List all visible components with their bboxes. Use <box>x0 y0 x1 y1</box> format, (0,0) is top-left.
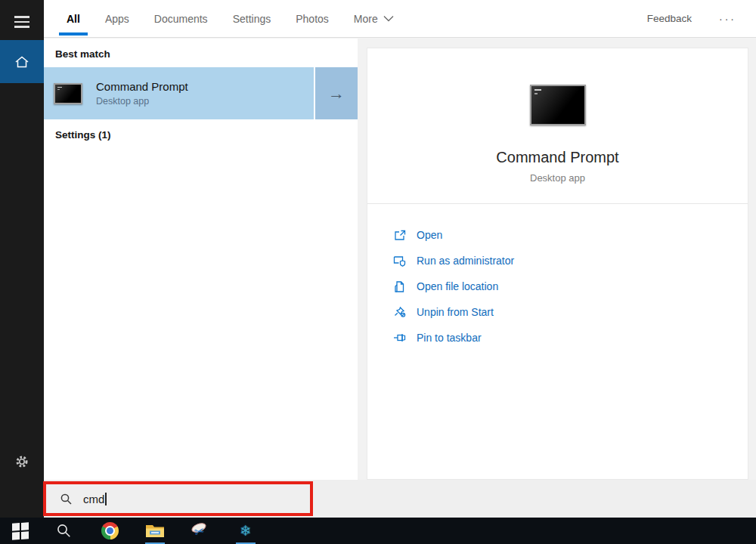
action-file-location-label: Open file location <box>417 280 498 292</box>
chevron-down-icon <box>383 15 394 22</box>
tab-documents[interactable]: Documents <box>154 0 208 37</box>
topbar-right: Feedback ··· <box>647 13 738 25</box>
start-sidebar <box>0 0 44 518</box>
sidebar-item-home[interactable] <box>0 40 44 83</box>
run-admin-icon <box>392 255 407 267</box>
action-run-admin-label: Run as administrator <box>417 255 514 267</box>
tab-documents-label: Documents <box>154 13 208 25</box>
taskbar-snowflake-app-button[interactable]: ❄ <box>231 518 261 544</box>
windows-start-icon <box>12 522 29 539</box>
search-icon <box>60 493 73 505</box>
hamburger-menu-icon[interactable] <box>0 12 44 32</box>
tab-more-label: More <box>354 13 378 25</box>
taskbar-chrome-button[interactable] <box>94 518 125 544</box>
action-unpin-start-label: Unpin from Start <box>417 306 494 318</box>
snowflake-app-icon: ❄ <box>240 522 252 539</box>
taskbar: ✂ ❄ <box>0 518 756 544</box>
tab-all[interactable]: All <box>67 0 80 37</box>
search-filter-bar: All Apps Documents Settings Photos More … <box>44 0 756 38</box>
filter-tabs: All Apps Documents Settings Photos More <box>67 0 394 37</box>
settings-section-header: Settings (1) <box>55 129 358 141</box>
search-results-panel: Best match Command Prompt Desktop app → … <box>44 39 358 480</box>
preview-app-subtitle: Desktop app <box>530 172 585 184</box>
taskbar-search-button[interactable] <box>48 518 79 544</box>
tab-more[interactable]: More <box>354 0 394 37</box>
file-explorer-icon <box>145 523 165 539</box>
snipping-tool-icon: ✂ <box>191 522 210 540</box>
tab-all-label: All <box>67 13 80 25</box>
action-open-file-location[interactable]: Open file location <box>392 274 748 299</box>
action-pin-taskbar-label: Pin to taskbar <box>417 332 482 344</box>
action-pin-to-taskbar[interactable]: Pin to taskbar <box>392 325 748 351</box>
best-match-subtitle: Desktop app <box>96 96 188 107</box>
tab-apps[interactable]: Apps <box>105 0 129 37</box>
action-open[interactable]: Open <box>392 222 748 248</box>
taskbar-file-explorer-button[interactable] <box>140 518 170 544</box>
pin-taskbar-icon <box>392 332 407 344</box>
cmd-icon <box>54 83 82 104</box>
cmd-icon-large <box>530 85 586 125</box>
feedback-button[interactable]: Feedback <box>647 13 692 24</box>
context-actions-list: Open Run as administrator Open file loca… <box>367 204 748 351</box>
gear-icon <box>14 454 29 469</box>
action-open-label: Open <box>417 229 442 241</box>
tab-settings[interactable]: Settings <box>233 0 271 37</box>
chrome-icon <box>101 522 119 539</box>
preview-divider <box>367 203 748 204</box>
expand-result-button[interactable]: → <box>315 67 358 119</box>
open-icon <box>392 229 407 242</box>
best-match-texts: Command Prompt Desktop app <box>96 80 188 107</box>
action-unpin-from-start[interactable]: Unpin from Start <box>392 299 748 325</box>
action-run-as-administrator[interactable]: Run as administrator <box>392 248 748 274</box>
best-match-title: Command Prompt <box>96 80 188 93</box>
unpin-start-icon <box>392 306 407 319</box>
right-arrow-icon: → <box>328 84 345 104</box>
preview-app-header: Command Prompt Desktop app <box>367 48 748 204</box>
tab-photos[interactable]: Photos <box>296 0 329 37</box>
file-location-icon <box>392 280 407 293</box>
start-button[interactable] <box>5 518 36 544</box>
search-strip: cmd <box>44 480 756 518</box>
text-cursor <box>105 493 107 505</box>
best-match-header: Best match <box>55 48 358 60</box>
search-query-text: cmd <box>83 493 104 505</box>
home-icon <box>14 54 30 70</box>
search-icon <box>56 523 72 539</box>
tab-settings-label: Settings <box>233 13 271 25</box>
best-match-row: Command Prompt Desktop app → <box>44 67 358 119</box>
search-input[interactable]: cmd <box>44 481 311 516</box>
preview-app-title: Command Prompt <box>496 149 618 166</box>
result-preview-panel: Command Prompt Desktop app Open Run as a… <box>367 48 748 480</box>
sidebar-item-settings[interactable] <box>0 450 44 473</box>
tab-apps-label: Apps <box>105 13 129 25</box>
more-options-button[interactable]: ··· <box>719 13 738 25</box>
active-tab-underline <box>59 32 88 36</box>
best-match-result[interactable]: Command Prompt Desktop app <box>44 67 314 119</box>
tab-photos-label: Photos <box>296 13 329 25</box>
taskbar-snipping-tool-button[interactable]: ✂ <box>185 518 215 544</box>
